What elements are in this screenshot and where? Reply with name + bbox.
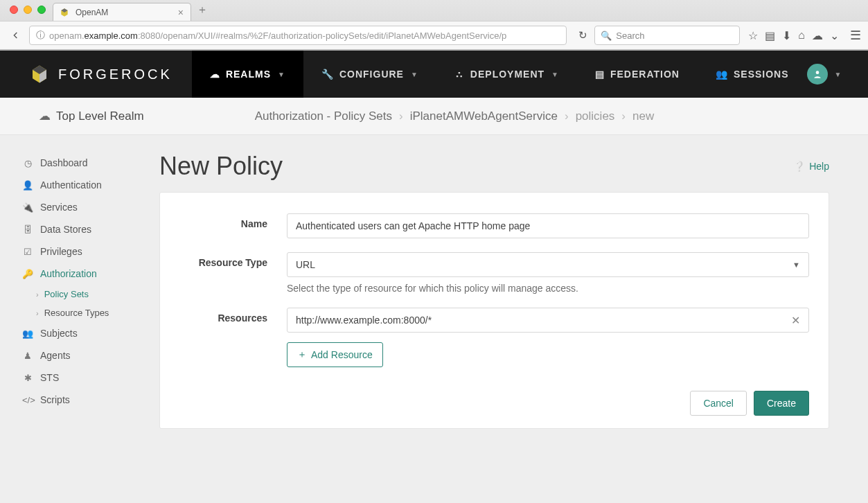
nav-configure[interactable]: 🔧 CONFIGURE ▼ [303,51,436,98]
tab-close-button[interactable]: × [178,8,184,17]
avatar [807,64,828,85]
chevron-right-icon: › [36,309,39,317]
nav-sessions[interactable]: 👥 SESSIONS [698,51,807,98]
nav-label: DEPLOYMENT [470,69,544,80]
add-resource-label: Add Resource [311,349,373,360]
site-info-icon[interactable]: ⓘ [34,29,46,42]
agent-icon: ♟ [22,351,33,361]
back-button[interactable] [7,27,25,44]
chevron-down-icon: ▼ [792,261,800,269]
create-button[interactable]: Create [754,391,809,416]
reload-button[interactable]: ↻ [575,29,590,42]
crumb-policies[interactable]: policies [576,109,615,123]
sidebar-item-authentication[interactable]: 👤Authentication [18,174,152,196]
sidebar-item-label: Data Stores [40,224,91,235]
resource-type-select[interactable]: URL ▼ [287,252,809,277]
sidebar-sub-resource-types[interactable]: ›Resource Types [33,303,152,322]
new-tab-button[interactable]: ＋ [197,3,208,17]
sidebar-item-label: Authorization [40,268,97,279]
users-icon: 👥 [716,69,728,80]
sidebar-item-privileges[interactable]: ☑Privileges [18,240,152,263]
sidebar-sub-policy-sets[interactable]: ›Policy Sets [33,285,152,303]
chevron-down-icon: ▼ [278,71,285,78]
browser-search-input[interactable]: 🔍 Search [594,26,740,45]
nav-label: CONFIGURE [339,69,404,80]
window-minimize-button[interactable] [24,6,32,14]
sidebar-item-sts[interactable]: ✱STS [18,367,152,389]
sidebar-item-label: Dashboard [40,157,88,168]
row-resource-type: Resource Type URL ▼ Select the type of r… [179,245,809,301]
key-icon: 🔑 [22,269,33,279]
reader-list-icon[interactable]: ▤ [765,29,775,42]
resource-item: http://www.example.com:8000/* ✕ [287,308,809,333]
browser-chrome: OpenAM × ＋ ⓘ openam.example.com:8080/ope… [0,0,868,51]
tab-favicon [59,7,70,18]
app-topnav: FORGEROCK ☁ REALMS ▼ 🔧 CONFIGURE ▼ ⛬ DEP… [0,51,868,98]
chevron-right-icon: › [36,290,39,299]
pocket-icon[interactable]: ⌄ [830,29,839,42]
brand-logo-icon [29,64,50,85]
sitemap-icon: ⛬ [454,69,465,80]
downloads-icon[interactable]: ⬇ [782,29,791,42]
wrench-icon: 🔧 [321,69,334,80]
url-host: example.com [85,30,138,41]
document-icon: ▤ [595,69,605,80]
nav-realms[interactable]: ☁ REALMS ▼ [192,51,303,98]
nav-label: FEDERATION [610,69,680,80]
remove-resource-button[interactable]: ✕ [791,314,800,327]
crumb-policy-sets[interactable]: Authorization - Policy Sets [255,109,392,123]
realm-name: Top Level Realm [56,109,144,123]
resource-type-help: Select the type of resource for which th… [287,283,809,294]
home-icon[interactable]: ⌂ [798,29,805,42]
sidebar-item-label: Privileges [40,246,82,257]
address-bar[interactable]: ⓘ openam.example.com:8080/openam/XUI/#re… [29,26,567,45]
add-resource-button[interactable]: ＋ Add Resource [287,342,383,367]
nav-deployment[interactable]: ⛬ DEPLOYMENT ▼ [436,51,577,98]
url-path: :8080/openam/XUI/#realms/%2F/authorizati… [138,30,506,41]
database-icon: 🗄 [22,224,33,235]
sync-icon[interactable]: ☁ [812,29,823,42]
row-name: Name [179,206,809,245]
sidebar-item-label: Services [40,202,78,213]
code-icon: </> [22,395,33,405]
browser-tab[interactable]: OpenAM × [53,3,191,21]
sidebar-item-label: STS [40,372,59,383]
cancel-button[interactable]: Cancel [690,391,747,416]
label-resources: Resources [179,308,287,324]
sidebar-item-subjects[interactable]: 👥Subjects [18,322,152,344]
sidebar-item-authorization[interactable]: 🔑Authorization [18,263,152,285]
realm-indicator[interactable]: ☁ Top Level Realm [39,109,144,123]
crumb-app[interactable]: iPlanetAMWebAgentService [410,109,558,123]
sidebar-item-agents[interactable]: ♟Agents [18,344,152,367]
menu-button[interactable]: ☰ [850,28,861,43]
form-card: Name Resource Type URL ▼ Select the type… [159,192,829,429]
label-resource-type: Resource Type [179,252,287,268]
tab-title: OpenAM [76,8,178,17]
sidebar-item-dashboard[interactable]: ◷Dashboard [18,152,152,174]
help-link[interactable]: ❔ Help [793,161,829,172]
bookmark-star-icon[interactable]: ☆ [748,29,758,42]
resource-type-value: URL [296,259,315,270]
window-close-button[interactable] [10,6,18,14]
name-input[interactable] [287,213,809,238]
window-controls [4,6,51,14]
toolbar-icons-group: ☆ ▤ ⬇ ⌂ ☁ ⌄ [744,29,839,42]
nav-federation[interactable]: ▤ FEDERATION [577,51,698,98]
window-zoom-button[interactable] [37,6,46,14]
row-resources: Resources http://www.example.com:8000/* … [179,301,809,374]
brand[interactable]: FORGEROCK [29,51,192,98]
sidebar-item-services[interactable]: 🔌Services [18,196,152,218]
chevron-right-icon: › [565,109,569,123]
cloud-icon: ☁ [39,109,51,123]
brand-text: FORGEROCK [58,67,172,82]
sidebar-item-scripts[interactable]: </>Scripts [18,389,152,411]
user-menu[interactable]: ▼ [807,51,868,98]
plug-icon: 🔌 [22,202,33,213]
help-icon: ❔ [793,161,805,172]
sidebar-item-data-stores[interactable]: 🗄Data Stores [18,218,152,240]
name-input-field[interactable] [296,220,800,231]
nav-label: REALMS [226,69,271,80]
browser-toolbar: ⓘ openam.example.com:8080/openam/XUI/#re… [0,21,868,50]
search-icon: 🔍 [601,30,612,41]
users-icon: 👥 [22,328,33,339]
